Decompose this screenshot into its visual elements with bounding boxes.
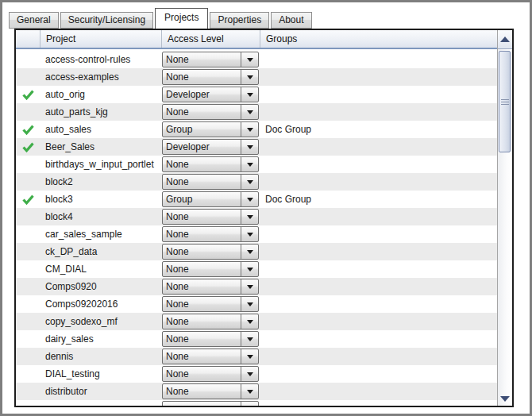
dropdown-button[interactable] <box>241 87 258 102</box>
tab-projects[interactable]: Projects <box>155 8 208 29</box>
dropdown-button[interactable] <box>241 157 258 171</box>
dropdown-button[interactable] <box>241 122 258 137</box>
access-level-dropdown[interactable]: None <box>162 349 259 364</box>
tab-properties[interactable]: Properties <box>210 12 269 29</box>
dropdown-button[interactable] <box>241 402 258 406</box>
project-name[interactable]: ck_DP_data <box>40 243 161 260</box>
project-name[interactable]: Beer_Sales <box>40 138 161 156</box>
table-row[interactable]: DIAL_testingNone <box>16 365 497 383</box>
table-row[interactable]: auto_parts_kjgNone <box>16 103 497 121</box>
table-row[interactable]: Comps0920None <box>16 278 497 295</box>
dropdown-button[interactable] <box>241 332 258 346</box>
groups-cell <box>260 260 497 278</box>
tab-about[interactable]: About <box>271 12 311 29</box>
access-level-dropdown[interactable]: None <box>162 279 259 295</box>
project-name[interactable]: auto_orig <box>40 86 161 103</box>
tab-security-licensing[interactable]: Security/Licensing <box>60 12 153 29</box>
dropdown-button[interactable] <box>241 262 258 276</box>
dropdown-button[interactable] <box>241 70 258 84</box>
project-name[interactable]: DIAL_testing <box>40 365 161 383</box>
access-level-dropdown[interactable]: Developer <box>162 87 259 102</box>
project-name[interactable]: access-examples <box>40 68 161 86</box>
project-name[interactable]: CM_DIAL <box>40 260 161 278</box>
table-row[interactable]: block4None <box>16 208 497 225</box>
project-name[interactable]: dennis <box>40 348 161 365</box>
dropdown-button[interactable] <box>241 349 258 364</box>
dropdown-button[interactable] <box>241 52 258 67</box>
access-level-dropdown[interactable]: None <box>162 314 259 329</box>
tab-general[interactable]: General <box>9 12 59 29</box>
project-name[interactable]: distributor <box>40 383 161 400</box>
access-level-dropdown[interactable]: None <box>162 174 259 190</box>
table-row[interactable]: dairy_salesNone <box>16 330 497 348</box>
table-row[interactable]: auto_origDeveloper <box>16 86 497 103</box>
table-row[interactable]: access-control-rulesNone <box>16 51 497 68</box>
project-name[interactable]: Comps09202016 <box>40 295 161 313</box>
table-row[interactable]: block3GroupDoc Group <box>16 191 497 208</box>
table-row[interactable]: car_sales_sampleNone <box>16 225 497 243</box>
dropdown-button[interactable] <box>241 384 258 399</box>
project-name[interactable]: Comps0920 <box>40 278 161 295</box>
access-level-dropdown[interactable]: None <box>162 244 259 260</box>
dropdown-button[interactable] <box>241 140 258 154</box>
access-level-cell: None <box>161 365 260 383</box>
access-level-dropdown[interactable]: None <box>162 331 259 347</box>
table-row[interactable]: ck_DP_dataNone <box>16 243 497 260</box>
access-level-dropdown[interactable]: None <box>162 296 259 312</box>
access-level-dropdown[interactable]: None <box>162 366 259 382</box>
project-name[interactable]: auto_sales <box>40 121 161 138</box>
check-placeholder <box>16 51 40 68</box>
table-row[interactable]: copy_sodexo_mfNone <box>16 313 497 330</box>
access-level-dropdown[interactable]: Group <box>162 121 259 137</box>
dropdown-button[interactable] <box>241 367 258 381</box>
project-name[interactable]: block2 <box>40 173 161 191</box>
scrollbar-thumb[interactable] <box>499 51 511 152</box>
scroll-down-button[interactable] <box>498 393 512 405</box>
vertical-scrollbar[interactable] <box>497 30 512 406</box>
dropdown-button[interactable] <box>241 210 258 224</box>
access-level-dropdown[interactable]: Group <box>162 191 259 207</box>
access-level-dropdown[interactable]: None <box>162 69 259 85</box>
table-row-partial[interactable] <box>16 400 497 406</box>
access-level-dropdown[interactable]: None <box>162 226 259 242</box>
dropdown-button[interactable] <box>241 245 258 259</box>
table-row[interactable]: birthdays_w_input_portletNone <box>16 156 497 173</box>
project-name[interactable] <box>40 400 161 406</box>
chevron-down-icon <box>247 390 253 394</box>
table-row[interactable]: Comps09202016None <box>16 295 497 313</box>
scroll-up-button[interactable] <box>498 30 512 49</box>
table-row[interactable]: block2None <box>16 173 497 191</box>
table-row[interactable]: Beer_SalesDeveloper <box>16 138 497 156</box>
project-name[interactable]: block4 <box>40 208 161 225</box>
access-level-dropdown[interactable]: None <box>162 209 259 225</box>
access-level-dropdown[interactable]: None <box>162 261 259 277</box>
table-row[interactable]: auto_salesGroupDoc Group <box>16 121 497 138</box>
table-row[interactable]: CM_DIALNone <box>16 260 497 278</box>
project-name[interactable]: auto_parts_kjg <box>40 103 161 121</box>
table-header: Project Access Level Groups <box>16 30 497 49</box>
dropdown-button[interactable] <box>241 192 258 206</box>
dropdown-button[interactable] <box>241 279 258 294</box>
access-level-dropdown[interactable]: Developer <box>162 139 259 155</box>
dropdown-button[interactable] <box>241 314 258 329</box>
dropdown-button[interactable] <box>241 175 258 189</box>
access-level-dropdown[interactable]: None <box>162 52 259 67</box>
project-name[interactable]: dairy_sales <box>40 330 161 348</box>
access-level-dropdown[interactable]: None <box>162 383 259 399</box>
table-row[interactable]: access-examplesNone <box>16 68 497 86</box>
table-row[interactable]: distributorNone <box>16 383 497 400</box>
project-name[interactable]: access-control-rules <box>40 51 161 68</box>
project-name[interactable]: birthdays_w_input_portlet <box>40 156 161 173</box>
access-level-dropdown[interactable] <box>162 401 259 406</box>
access-level-dropdown[interactable]: None <box>162 156 259 172</box>
dropdown-button[interactable] <box>241 227 258 241</box>
project-name[interactable]: car_sales_sample <box>40 225 161 243</box>
access-level-cell: Developer <box>161 86 260 103</box>
table-row[interactable]: dennisNone <box>16 348 497 365</box>
project-name[interactable]: block3 <box>40 191 161 208</box>
dropdown-button[interactable] <box>241 297 258 311</box>
check-placeholder <box>16 278 40 295</box>
access-level-dropdown[interactable]: None <box>162 104 259 120</box>
dropdown-button[interactable] <box>241 105 258 119</box>
project-name[interactable]: copy_sodexo_mf <box>40 313 161 330</box>
